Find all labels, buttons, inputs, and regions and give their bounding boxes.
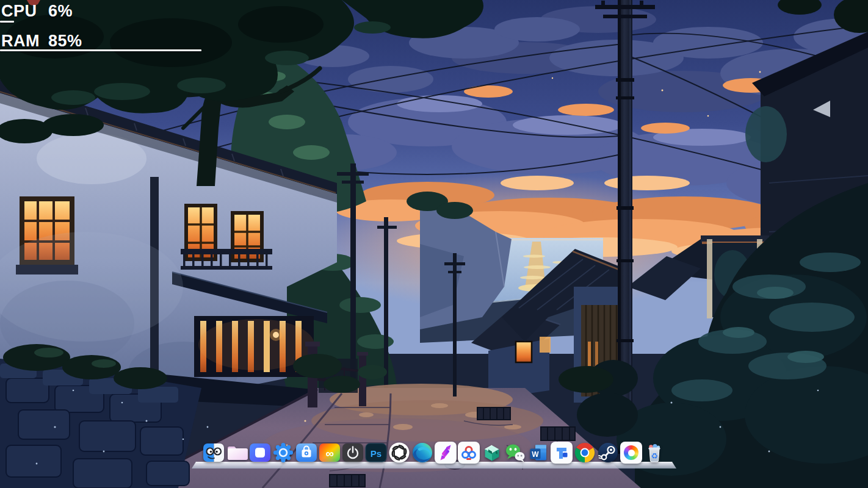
word-glyph: W [532,450,539,459]
dock-item-power[interactable] [342,442,364,464]
dock-item-cube-3d-app[interactable] [481,442,503,464]
adobe-creative-cloud-icon: ∞ [319,442,341,464]
settings-gear-icon [272,442,294,464]
dock-item-settings[interactable] [272,442,294,464]
recycle-glyph: ♻ [651,451,658,461]
dock-item-recycle-bin[interactable]: ♻ [643,442,665,464]
dock-item-folder[interactable] [226,442,248,464]
recycle-bin-icon: ♻ [643,442,665,464]
dock-item-launchpad[interactable] [249,442,271,464]
tencent-docs-icon [551,442,573,464]
dock-item-purple-transfer[interactable] [435,442,457,464]
wallpaper [0,0,868,488]
dock-item-app-store[interactable] [295,442,317,464]
app-store-bag-icon [295,442,317,464]
steam-icon [597,442,619,464]
dock-item-baidu-netdisk[interactable] [458,442,480,464]
purple-transfer-arrows-icon [435,442,457,464]
face-file-manager-icon [203,442,225,464]
dock-item-file-manager[interactable] [203,442,225,464]
dock-item-edge[interactable] [411,442,433,464]
dock-item-tencent-docs[interactable] [551,442,573,464]
dock-item-adobe-creative-cloud[interactable]: ∞ [319,442,341,464]
dock-item-steam[interactable] [597,442,619,464]
dock-item-chatgpt[interactable] [388,442,410,464]
folder-icon [226,442,248,464]
dock-item-color-wheel[interactable] [620,442,642,464]
dock-item-wechat[interactable] [504,442,526,464]
launchpad-icon [249,442,271,464]
photoshop-glyph: Ps [371,448,382,459]
adobe-cc-glyph: ∞ [325,447,334,460]
chatgpt-icon [388,442,410,464]
color-wheel-icon [624,445,638,460]
word-icon: W [527,442,549,464]
dock-item-word[interactable]: W [527,442,549,464]
wechat-icon [504,442,526,464]
photoshop-icon: Ps [365,442,387,464]
edge-icon [411,442,433,464]
dock-item-chrome[interactable] [574,442,596,464]
chrome-icon [574,442,596,464]
dock-item-photoshop[interactable]: Ps [365,442,387,464]
baidu-netdisk-icon [458,442,480,464]
power-icon [342,442,364,464]
dock: ∞ Ps [203,442,665,464]
cube-3d-app-icon [481,442,503,464]
